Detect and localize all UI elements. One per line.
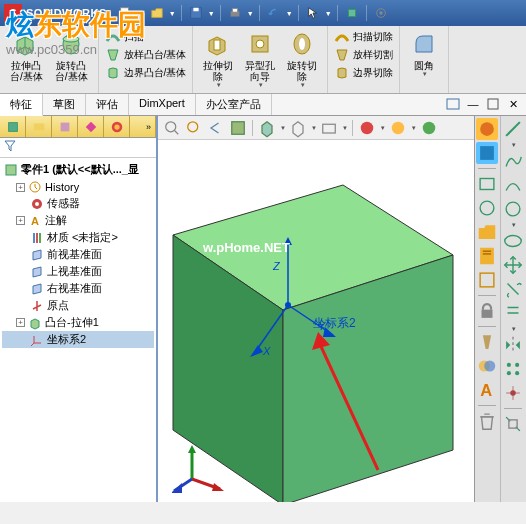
sweep-button[interactable]: 扫描 <box>103 28 189 46</box>
rect-tool-button[interactable] <box>476 173 498 195</box>
hide-show-button[interactable] <box>319 118 339 138</box>
tree-root[interactable]: 零件1 (默认<<默认..._显 <box>2 160 154 179</box>
filter-bar[interactable] <box>0 138 156 158</box>
fillet-button[interactable]: 圆角▼ <box>404 28 444 79</box>
tab-office[interactable]: 办公室产品 <box>196 94 272 115</box>
offset-tool-button[interactable] <box>502 302 524 324</box>
loft-button[interactable]: 放样凸台/基体 <box>103 46 189 64</box>
boundary-icon <box>105 65 121 81</box>
appearance-button[interactable] <box>357 118 377 138</box>
tree-coordinate-system[interactable]: 坐标系2 <box>2 331 154 348</box>
render-button[interactable] <box>419 118 439 138</box>
rebuild-button[interactable] <box>342 3 362 23</box>
expand-button[interactable] <box>444 96 462 112</box>
loft-cut-button[interactable]: 放样切割 <box>332 46 395 64</box>
3d-viewport[interactable]: Z X Y 坐标系2 w.pHome.NET <box>158 140 474 502</box>
open-file-button[interactable] <box>147 3 167 23</box>
options-button[interactable] <box>371 3 391 23</box>
expander-icon[interactable]: + <box>16 318 25 327</box>
pattern-tool-button[interactable] <box>502 358 524 380</box>
viewport-container: ▼ ▼ ▼ ▼ ▼ <box>158 116 474 502</box>
svg-point-9 <box>63 36 79 42</box>
tree-material[interactable]: 材质 <未指定> <box>2 229 154 246</box>
extrude-boss-button[interactable]: 拉伸凸 台/基体 <box>4 28 49 84</box>
scene-button[interactable] <box>388 118 408 138</box>
fillet-icon <box>410 30 438 58</box>
custom-props-button[interactable] <box>476 142 498 164</box>
draft-button[interactable] <box>476 331 498 353</box>
text-button[interactable]: A <box>476 379 498 401</box>
svg-point-31 <box>188 121 198 131</box>
zoom-area-button[interactable] <box>184 118 204 138</box>
tree-front-plane[interactable]: 前视基准面 <box>2 246 154 263</box>
expander-icon[interactable]: + <box>16 216 25 225</box>
trim-tool-button[interactable] <box>502 278 524 300</box>
tree-origin[interactable]: 原点 <box>2 297 154 314</box>
appearances-panel-button[interactable] <box>476 118 498 140</box>
revolve-cut-button[interactable]: 旋转切 除▼ <box>281 28 323 90</box>
sensor-icon <box>30 197 44 211</box>
save-button[interactable] <box>186 3 206 23</box>
point-tool-button[interactable] <box>502 382 524 404</box>
ellipse-tool-button[interactable] <box>502 230 524 252</box>
section-view-button[interactable] <box>228 118 248 138</box>
fm-tab-property[interactable] <box>26 116 52 137</box>
trash-button[interactable] <box>476 410 498 432</box>
tree-history[interactable]: +History <box>2 179 154 195</box>
tree-annotations[interactable]: +A注解 <box>2 212 154 229</box>
lock-button[interactable] <box>476 300 498 322</box>
fm-tab-tree[interactable] <box>0 116 26 137</box>
display-style-button[interactable] <box>288 118 308 138</box>
spline-tool-button[interactable] <box>502 150 524 172</box>
geometry-relation-button[interactable] <box>502 413 524 435</box>
view-orient-button[interactable] <box>257 118 277 138</box>
maximize-button[interactable] <box>484 96 502 112</box>
revolve-boss-button[interactable]: 旋转凸 台/基体 <box>49 28 94 84</box>
fm-tab-dim[interactable] <box>78 116 104 137</box>
history-icon <box>28 180 42 194</box>
svg-point-59 <box>507 363 511 367</box>
mirror-tool-button[interactable] <box>502 334 524 356</box>
sweep-cut-button[interactable]: 扫描切除 <box>332 28 395 46</box>
new-file-button[interactable] <box>115 3 135 23</box>
tree-boss-extrude[interactable]: +凸台-拉伸1 <box>2 314 154 331</box>
extrude-cut-button[interactable]: 拉伸切 除▼ <box>197 28 239 90</box>
revolve-cut-icon <box>288 30 316 58</box>
hole-wizard-button[interactable]: 异型孔 向导▼ <box>239 28 281 90</box>
circle2-tool-button[interactable] <box>502 198 524 220</box>
arc-tool-button[interactable] <box>502 174 524 196</box>
view-palette-button[interactable] <box>476 269 498 291</box>
boundary-cut-button[interactable]: 边界切除 <box>332 64 395 82</box>
feature-tree: 零件1 (默认<<默认..._显 +History 传感器 +A注解 材质 <未… <box>0 158 156 502</box>
minimize-button[interactable]: — <box>464 96 482 112</box>
prev-view-button[interactable] <box>206 118 226 138</box>
select-button[interactable] <box>303 3 323 23</box>
boundary-button[interactable]: 边界凸台/基体 <box>103 64 189 82</box>
svg-rect-16 <box>488 99 498 109</box>
fm-tab-display[interactable] <box>104 116 130 137</box>
line-tool-button[interactable] <box>502 118 524 140</box>
tab-evaluate[interactable]: 评估 <box>86 94 129 115</box>
view-triad[interactable] <box>172 441 227 496</box>
tab-features[interactable]: 特征 <box>0 94 43 116</box>
quick-access-toolbar: ▼ ▼ ▼ ▼ ▼ ▼ <box>115 3 391 23</box>
tree-top-plane[interactable]: 上视基准面 <box>2 263 154 280</box>
tab-sketch[interactable]: 草图 <box>43 94 86 115</box>
tree-right-plane[interactable]: 右视基准面 <box>2 280 154 297</box>
tab-dimxpert[interactable]: DimXpert <box>129 94 196 115</box>
intersect-button[interactable] <box>476 355 498 377</box>
zoom-fit-button[interactable] <box>162 118 182 138</box>
plane-icon <box>30 282 44 296</box>
tree-sensors[interactable]: 传感器 <box>2 195 154 212</box>
folder-button[interactable] <box>476 221 498 243</box>
close-button[interactable]: ✕ <box>504 96 522 112</box>
fm-tab-config[interactable] <box>52 116 78 137</box>
fm-tab-more[interactable]: » <box>130 116 156 137</box>
design-lib-button[interactable] <box>476 245 498 267</box>
move-tool-button[interactable] <box>502 254 524 276</box>
svg-point-36 <box>423 121 436 134</box>
undo-button[interactable] <box>264 3 284 23</box>
expander-icon[interactable]: + <box>16 183 25 192</box>
print-button[interactable] <box>225 3 245 23</box>
circle-tool-button[interactable] <box>476 197 498 219</box>
